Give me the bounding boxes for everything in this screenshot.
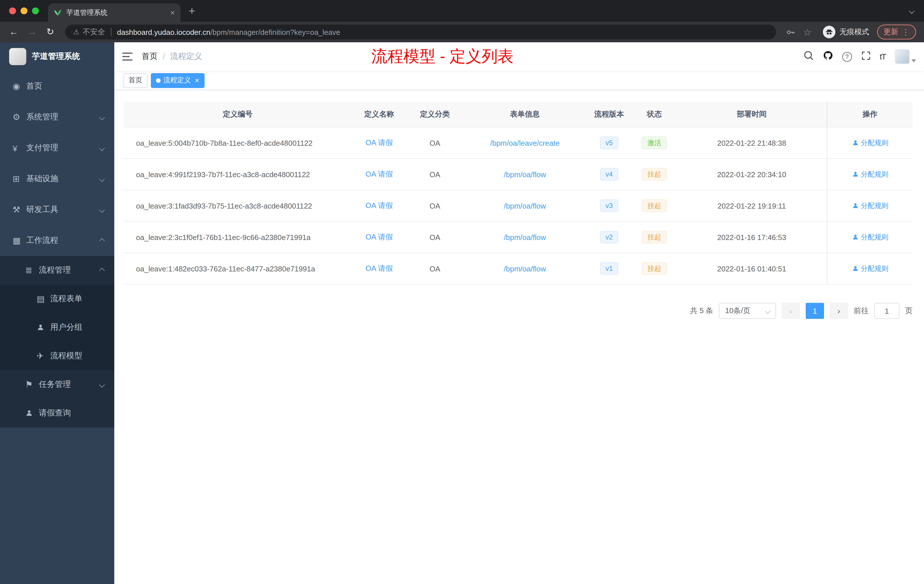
user-menu[interactable]	[895, 49, 916, 64]
assign-rule-label: 分配规则	[861, 170, 888, 179]
cell-category: OA	[406, 139, 464, 147]
back-button[interactable]: ←	[6, 27, 22, 36]
cell-category: OA	[406, 201, 464, 210]
total-count-label: 共 5 条	[690, 306, 713, 316]
url-text: dashboard.yudao.iocoder.cn/bpm/manager/d…	[117, 28, 340, 36]
incognito-label: 无痕模式	[840, 27, 869, 37]
tag-home[interactable]: 首页	[124, 73, 147, 88]
person-icon	[852, 139, 858, 146]
browser-tab[interactable]: 芋道管理系统 ×	[48, 3, 181, 22]
definition-name-link[interactable]: OA 请假	[365, 201, 393, 210]
key-icon[interactable]	[783, 27, 798, 37]
version-tag: v1	[600, 262, 618, 275]
address-bar[interactable]: ⚠ 不安全 dashboard.yudao.iocoder.cn/bpm/man…	[65, 25, 776, 40]
col-process-version: 流程版本	[586, 109, 632, 119]
sidebar-item-process-management[interactable]: ≣ 流程管理	[0, 256, 114, 285]
sidebar-item-payment[interactable]: ¥ 支付管理	[0, 133, 114, 163]
tag-label: 流程定义	[163, 76, 191, 85]
form-link[interactable]: /bpm/oa/flow	[504, 233, 546, 241]
form-link[interactable]: /bpm/oa/flow	[504, 170, 546, 178]
sidebar-item-task-management[interactable]: ⚑ 任务管理	[0, 370, 114, 399]
tab-strip: 芋道管理系统 × +	[0, 0, 924, 22]
new-tab-button[interactable]: +	[188, 5, 195, 16]
tag-label: 首页	[129, 76, 142, 85]
form-link[interactable]: /bpm/oa/flow	[504, 264, 546, 273]
status-tag: 挂起	[642, 262, 667, 275]
avatar[interactable]	[895, 49, 910, 64]
definition-name-link[interactable]: OA 请假	[365, 138, 393, 147]
col-definition-id: 定义编号	[124, 109, 352, 119]
assign-rule-link[interactable]: 分配规则	[852, 170, 888, 179]
col-deploy-time: 部署时间	[676, 109, 827, 119]
col-definition-category: 定义分类	[406, 109, 464, 119]
assign-rule-link[interactable]: 分配规则	[852, 201, 888, 211]
app-navbar: 首页 / 流程定义 流程模型 - 定义列表 ? tT	[114, 42, 924, 71]
cell-definition-id: oa_leave:2:3c1f0ef1-76b1-11ec-9c66-a2380…	[124, 233, 352, 241]
cell-deploy-time: 2022-01-22 20:34:10	[676, 170, 827, 178]
chevron-down-icon	[765, 308, 771, 314]
menu-icon: ▦	[13, 236, 26, 246]
sidebar-item-workflow[interactable]: ▦ 工作流程	[0, 225, 114, 256]
sidebar-item-process-model[interactable]: ✈ 流程模型	[0, 342, 114, 370]
tab-search-icon[interactable]	[910, 9, 914, 13]
browser-window: 芋道管理系统 × + ← → ↻ ⚠ 不安全 dashboard.yudao.i…	[0, 0, 924, 584]
breadcrumb-home[interactable]: 首页	[142, 51, 158, 62]
goto-suffix-label: 页	[905, 306, 912, 316]
browser-menu-icon[interactable]: ⋮	[902, 28, 910, 36]
page-size-select[interactable]: 10条/页	[719, 303, 776, 319]
help-icon[interactable]: ?	[842, 52, 852, 61]
forward-button[interactable]: →	[24, 27, 40, 36]
maximize-window-button[interactable]	[32, 7, 39, 14]
url-host: dashboard.yudao.iocoder.cn	[117, 28, 211, 36]
minimize-window-button[interactable]	[21, 7, 27, 14]
assign-rule-link[interactable]: 分配规则	[852, 264, 888, 274]
bookmark-star-icon[interactable]: ☆	[800, 26, 815, 38]
sidebar-item-leave-query[interactable]: 请假查询	[0, 399, 114, 427]
page-size-value: 10条/页	[725, 306, 750, 316]
sidebar-item-label: 请假查询	[39, 408, 104, 418]
sidebar-item-system[interactable]: ⚙ 系统管理	[0, 102, 114, 133]
sidebar-item-process-form[interactable]: ▤ 流程表单	[0, 285, 114, 313]
tag-process-definition[interactable]: 流程定义 ×	[151, 73, 204, 88]
site-favicon-icon	[54, 8, 62, 16]
definition-name-link[interactable]: OA 请假	[365, 170, 393, 178]
cell-definition-id: oa_leave:1:482ec033-762a-11ec-8477-a2380…	[124, 264, 352, 273]
chevron-icon	[99, 145, 105, 151]
form-link[interactable]: /bpm/oa/leave/create	[490, 139, 560, 147]
page-1-button[interactable]: 1	[806, 303, 824, 319]
col-actions: 操作	[827, 102, 912, 127]
assign-rule-label: 分配规则	[861, 264, 888, 274]
assign-rule-link[interactable]: 分配规则	[852, 138, 888, 148]
fullscreen-icon[interactable]	[861, 51, 871, 63]
close-window-button[interactable]	[9, 7, 16, 14]
sidebar-item-dev-tools[interactable]: ⚒ 研发工具	[0, 194, 114, 225]
hamburger-icon[interactable]	[122, 52, 132, 61]
sidebar-item-user-group[interactable]: 用户分组	[0, 313, 114, 342]
search-icon[interactable]	[803, 50, 813, 63]
next-page-button[interactable]: ›	[830, 303, 848, 319]
tab-title: 芋道管理系统	[66, 8, 166, 17]
table-row: oa_leave:5:004b710b-7b8a-11ec-8ef0-acde4…	[124, 127, 912, 159]
sidebar-menu: ◉ 首页 ⚙ 系统管理 ¥ 支付管理 ⊞ 基础设施 ⚒ 研发工具 ▦ 工作流程 …	[0, 71, 114, 427]
goto-page-input[interactable]	[874, 303, 899, 319]
tab-close-icon[interactable]: ×	[170, 8, 175, 16]
chevron-icon	[99, 207, 105, 213]
sidebar-item-infrastructure[interactable]: ⊞ 基础设施	[0, 163, 114, 194]
github-icon[interactable]	[823, 50, 833, 63]
omnibox-divider	[111, 28, 111, 36]
table-row: oa_leave:1:482ec033-762a-11ec-8477-a2380…	[124, 253, 912, 285]
reload-button[interactable]: ↻	[42, 27, 58, 36]
form-link[interactable]: /bpm/oa/flow	[504, 201, 546, 210]
definition-name-link[interactable]: OA 请假	[365, 264, 393, 272]
col-form-info: 表单信息	[464, 109, 586, 119]
update-button[interactable]: 更新 ⋮	[877, 25, 916, 40]
sidebar-item-home[interactable]: ◉ 首页	[0, 71, 114, 102]
cell-definition-id: oa_leave:4:991f2193-7b7f-11ec-a3c8-acde4…	[124, 170, 352, 178]
assign-rule-link[interactable]: 分配规则	[852, 232, 888, 242]
definition-name-link[interactable]: OA 请假	[365, 233, 393, 241]
person-icon	[852, 234, 858, 241]
prev-page-button[interactable]: ‹	[782, 303, 800, 319]
font-size-icon[interactable]: tT	[880, 52, 886, 61]
tag-close-icon[interactable]: ×	[195, 77, 199, 84]
person-icon	[852, 265, 858, 272]
